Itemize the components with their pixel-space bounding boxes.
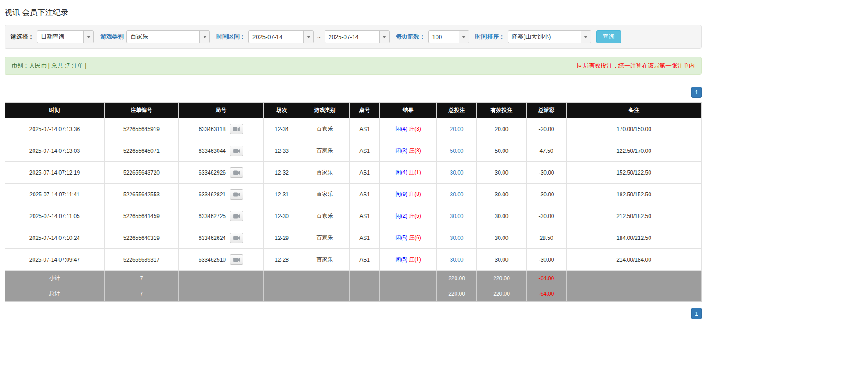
replay-video-button[interactable]: [230, 189, 243, 200]
total-bet-link[interactable]: 50.00: [450, 148, 463, 154]
chevron-down-icon[interactable]: [459, 31, 469, 43]
round-no-text: 633462821: [199, 191, 226, 198]
content-container: 视讯 会员下注纪录 请选择： 日期查询 游戏类别 百家乐 时间区间： 2025-…: [0, 0, 702, 319]
header-valid-bet: 有效投注: [477, 103, 527, 118]
total-bet-link[interactable]: 30.00: [450, 257, 463, 263]
total-bet-link[interactable]: 30.00: [450, 213, 463, 219]
result-cell: 闲(2) 庄(5): [380, 205, 437, 227]
date-to-value: 2025-07-14: [325, 31, 379, 43]
date-from-value: 2025-07-14: [249, 31, 303, 43]
round-no-wrap: 633463118: [199, 124, 243, 134]
empty-cell: [264, 286, 300, 302]
remark-cell: 182.50/152.50: [567, 184, 702, 205]
header-round-no: 局号: [179, 103, 264, 118]
total-bet-cell: 30.00: [437, 184, 477, 205]
date-from-select[interactable]: 2025-07-14: [248, 30, 314, 43]
result-player: 闲(4): [395, 126, 407, 132]
subtotal-total-bet: 220.00: [437, 271, 477, 286]
date-range-label: 时间区间：: [216, 33, 246, 41]
replay-video-button[interactable]: [230, 167, 243, 178]
total-row: 总计 7 220.00 220.00 -64.00: [5, 286, 702, 302]
query-button[interactable]: 查询: [596, 30, 621, 43]
bet-no-cell: 522655645071: [105, 140, 179, 162]
bet-no-cell: 522655643720: [105, 162, 179, 184]
time-cell: 2025-07-14 07:12:19: [5, 162, 105, 184]
remark-cell: 122.50/170.00: [567, 140, 702, 162]
empty-cell: [179, 286, 264, 302]
result-player: 闲(4): [395, 169, 407, 175]
time-cell: 2025-07-14 07:13:36: [5, 118, 105, 140]
session-cell: 12-31: [264, 184, 300, 205]
valid-bet-cell: 30.00: [477, 184, 527, 205]
table-no-cell: AS1: [350, 205, 380, 227]
table-header: 时间 注单编号 局号 场次 游戏类别 桌号 结果 总投注 有效投注 总派彩 备注: [5, 103, 702, 118]
result-banker: 庄(6): [409, 234, 421, 241]
round-no-wrap: 633462510: [199, 254, 243, 265]
chevron-down-icon[interactable]: [199, 31, 209, 43]
table-row: 2025-07-14 07:13:36522655645919633463118…: [5, 118, 702, 140]
table-row: 2025-07-14 07:11:05522655641459633462725…: [5, 205, 702, 227]
bet-no-cell: 522655639317: [105, 249, 179, 271]
header-table-no: 桌号: [350, 103, 380, 118]
time-cell: 2025-07-14 07:10:24: [5, 227, 105, 249]
session-cell: 12-32: [264, 162, 300, 184]
chevron-down-icon[interactable]: [83, 31, 93, 43]
query-mode-select[interactable]: 日期查询: [37, 30, 94, 43]
replay-video-button[interactable]: [230, 254, 243, 265]
valid-bet-cell: 20.00: [477, 118, 527, 140]
total-bet-link[interactable]: 20.00: [450, 126, 463, 132]
result-player: 闲(5): [395, 234, 407, 241]
total-bet-link[interactable]: 30.00: [450, 170, 463, 176]
replay-video-button[interactable]: [230, 124, 243, 134]
result-banker: 庄(1): [409, 256, 421, 263]
total-bet-link[interactable]: 30.00: [450, 235, 463, 241]
total-bet-cell: 30.00: [437, 249, 477, 271]
subtotal-row: 小计 7 220.00 220.00 -64.00: [5, 271, 702, 286]
header-result: 结果: [380, 103, 437, 118]
chevron-down-icon[interactable]: [379, 31, 389, 43]
round-no-wrap: 633462624: [199, 233, 243, 243]
result-cell: 闲(4) 庄(1): [380, 162, 437, 184]
valid-bet-cell: 30.00: [477, 227, 527, 249]
game-type-select[interactable]: 百家乐: [126, 30, 210, 43]
game-type-cell: 百家乐: [300, 227, 350, 249]
chevron-down-icon[interactable]: [581, 31, 591, 43]
per-page-label: 每页笔数：: [396, 33, 426, 41]
total-bet-link[interactable]: 30.00: [450, 191, 463, 198]
payout-cell: 28.50: [527, 227, 567, 249]
replay-video-button[interactable]: [230, 146, 243, 156]
remark-cell: 184.00/212.50: [567, 227, 702, 249]
header-game-type: 游戏类别: [300, 103, 350, 118]
empty-cell: [350, 286, 380, 302]
table-no-cell: AS1: [350, 162, 380, 184]
payout-cell: -30.00: [527, 205, 567, 227]
pagination-page-1[interactable]: 1: [691, 87, 702, 98]
session-cell: 12-29: [264, 227, 300, 249]
table-no-cell: AS1: [350, 227, 380, 249]
filter-bar: 请选择： 日期查询 游戏类别 百家乐 时间区间： 2025-07-14 ~ 20…: [5, 25, 702, 49]
total-bet-cell: 20.00: [437, 118, 477, 140]
session-cell: 12-33: [264, 140, 300, 162]
table-row: 2025-07-14 07:13:03522655645071633463044…: [5, 140, 702, 162]
per-page-select[interactable]: 100: [428, 30, 469, 43]
date-to-select[interactable]: 2025-07-14: [325, 30, 390, 43]
currency-summary-text: 币别：人民币 | 总共 :7 注单 |: [11, 62, 87, 70]
time-sort-select[interactable]: 降幂(由大到小): [508, 30, 591, 43]
header-time: 时间: [5, 103, 105, 118]
empty-cell: [300, 271, 350, 286]
round-no-text: 633462926: [199, 170, 226, 176]
round-no-text: 633463044: [199, 148, 226, 154]
table-no-cell: AS1: [350, 249, 380, 271]
subtotal-count: 7: [105, 271, 179, 286]
header-remark: 备注: [567, 103, 702, 118]
pagination-page-1[interactable]: 1: [691, 308, 702, 319]
replay-video-button[interactable]: [230, 211, 243, 221]
result-cell: 闲(5) 庄(6): [380, 227, 437, 249]
replay-video-button[interactable]: [230, 233, 243, 243]
empty-cell: [380, 271, 437, 286]
chevron-down-icon[interactable]: [303, 31, 313, 43]
video-icon: [233, 170, 240, 175]
session-cell: 12-34: [264, 118, 300, 140]
result-cell: 闲(5) 庄(1): [380, 249, 437, 271]
remark-cell: 170.00/150.00: [567, 118, 702, 140]
